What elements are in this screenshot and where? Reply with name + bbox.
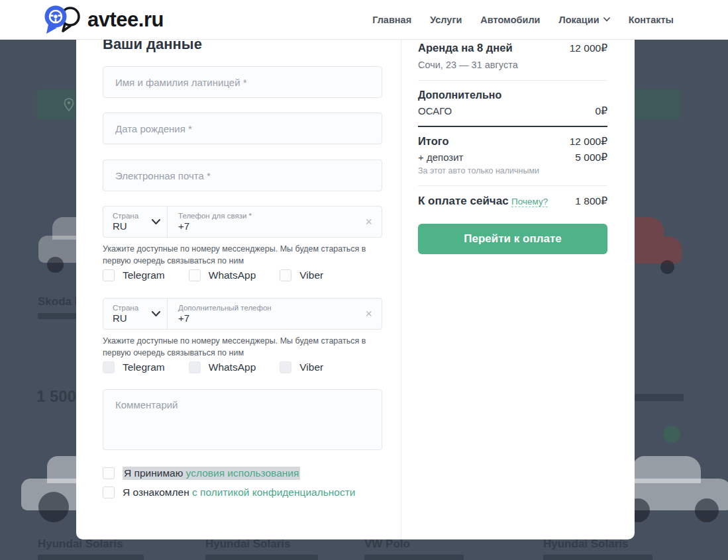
total-price: 12 000₽ (570, 136, 607, 148)
terms-checkbox[interactable] (103, 467, 115, 479)
viber-checkbox[interactable]: Viber (280, 269, 323, 281)
osago-price: 0₽ (596, 105, 607, 117)
comment-textarea[interactable] (103, 389, 382, 450)
terms-agreement-row[interactable]: Я принимаю условия использования (103, 467, 382, 480)
rental-price: 12 000₽ (570, 42, 607, 54)
nav-home-label: Главная (372, 15, 411, 25)
terms-link[interactable]: условия использования (186, 467, 299, 479)
badge-circle (663, 426, 680, 443)
nav-contacts-label: Контакты (629, 15, 674, 25)
logo[interactable]: avtee.ru (42, 4, 164, 36)
country-value: RU (113, 220, 152, 232)
privacy-checkbox[interactable] (103, 487, 115, 498)
total-label: Итого (418, 135, 449, 148)
messenger-checkbox-row: Telegram WhatsApp Viber (103, 269, 382, 281)
osago-label: ОСАГО (418, 105, 452, 117)
nav-cars[interactable]: Автомобили (480, 15, 540, 25)
phone-label: Дополнительный телефон (178, 303, 362, 312)
location-pin-icon (62, 97, 76, 112)
nav-cars-label: Автомобили (480, 15, 540, 25)
messengers-hint: Укажите доступные по номеру мессенджеры.… (103, 243, 382, 267)
country-label: Страна (113, 303, 152, 312)
country-value: RU (113, 312, 152, 324)
viber-checkbox[interactable]: Viber (280, 361, 323, 373)
telegram-checkbox[interactable]: Telegram (103, 269, 165, 281)
privacy-agreement-row[interactable]: Я ознакомлен с политикой конфиденциально… (103, 487, 382, 498)
deposit-price: 5 000₽ (575, 152, 607, 163)
booking-modal: Ваши данные Страна RU (76, 33, 635, 539)
site-header: avtee.ru Главная Услуги Автомобили Локац… (0, 0, 728, 40)
why-link[interactable]: Почему? (511, 197, 548, 207)
terms-text: Я принимаю условия использования (123, 467, 300, 480)
checkbox-box[interactable] (280, 269, 291, 281)
nav-home[interactable]: Главная (372, 15, 411, 25)
phone-label: Телефон для связи * (178, 211, 362, 220)
messenger-checkbox-row: Telegram WhatsApp Viber (103, 361, 382, 373)
terms-text-plain: Я принимаю (124, 467, 183, 479)
chevron-down-icon (152, 219, 160, 224)
whatsapp-label: WhatsApp (209, 361, 256, 373)
privacy-text-plain: Я ознакомлен (123, 487, 189, 498)
whatsapp-checkbox[interactable]: WhatsApp (189, 269, 256, 281)
telegram-checkbox[interactable]: Telegram (103, 361, 165, 373)
secondary-phone-group: Страна RU Дополнительный телефон × (103, 298, 382, 330)
column-divider (401, 33, 401, 539)
country-label: Страна (113, 211, 152, 220)
country-select[interactable]: Страна RU (103, 207, 168, 237)
privacy-link[interactable]: с политикой конфиденциальности (192, 487, 355, 498)
nav-contacts[interactable]: Контакты (629, 15, 674, 25)
secondary-phone-input[interactable] (178, 312, 362, 324)
blurred-subtitle (543, 555, 652, 560)
email-input[interactable] (103, 160, 382, 191)
deposit-label: + депозит (418, 152, 463, 163)
background-car-name: Hyundai Solaris (205, 537, 290, 551)
nav-locations-label: Локации (559, 15, 599, 25)
birthdate-input[interactable] (103, 113, 382, 144)
nav-services-label: Услуги (430, 15, 462, 25)
divider (418, 185, 607, 186)
checkbox-box[interactable] (280, 361, 291, 373)
whatsapp-label: WhatsApp (209, 269, 256, 281)
chevron-down-icon (152, 311, 160, 316)
chevron-down-icon (603, 17, 610, 22)
blurred-text (635, 394, 684, 401)
blurred-subtitle (364, 555, 464, 560)
background-car-name: VW Polo (364, 537, 410, 551)
clear-icon[interactable]: × (362, 306, 375, 321)
name-input[interactable] (103, 66, 382, 98)
extras-title: Дополнительно (418, 89, 607, 101)
nav-locations[interactable]: Локации (559, 15, 610, 25)
primary-phone-group: Страна RU Телефон для связи * × (103, 206, 382, 238)
telegram-label: Telegram (123, 361, 165, 373)
pay-now-price: 1 800₽ (575, 195, 607, 207)
viber-label: Viber (299, 269, 323, 281)
primary-phone-input[interactable] (178, 220, 362, 232)
background-car-name: Hyundai Solaris (543, 537, 628, 551)
country-select[interactable]: Страна RU (103, 299, 168, 329)
rental-label: Аренда на 8 дней (418, 42, 513, 54)
deposit-note: За этот авто только наличными (418, 166, 607, 175)
blurred-subtitle (38, 555, 144, 560)
checkbox-box[interactable] (189, 361, 201, 373)
checkbox-box[interactable] (189, 269, 201, 281)
checkbox-box[interactable] (103, 269, 115, 281)
pay-now-label: К оплате сейчас (418, 195, 509, 207)
logo-text: avtee.ru (87, 8, 164, 32)
privacy-text: Я ознакомлен с политикой конфиденциально… (123, 487, 355, 498)
proceed-to-payment-button[interactable]: Перейти к оплате (418, 224, 607, 254)
main-nav: Главная Услуги Автомобили Локации Контак… (372, 15, 674, 25)
background-car-name: Hyundai Solaris (38, 537, 123, 551)
messengers-hint: Укажите доступные по номеру мессенджеры.… (103, 335, 382, 359)
rental-details: Сочи, 23 — 31 августа (418, 60, 607, 70)
divider-strong (418, 126, 607, 127)
steering-wheel-logo-icon (42, 4, 83, 36)
clear-icon[interactable]: × (362, 214, 375, 229)
nav-services[interactable]: Услуги (430, 15, 462, 25)
whatsapp-checkbox[interactable]: WhatsApp (189, 361, 256, 373)
checkbox-box[interactable] (103, 361, 115, 373)
viber-label: Viber (299, 361, 323, 373)
order-summary: Аренда на 8 дней 12 000₽ Сочи, 23 — 31 а… (418, 42, 607, 254)
telegram-label: Telegram (123, 269, 165, 281)
divider (418, 80, 607, 81)
blurred-subtitle (205, 555, 318, 560)
